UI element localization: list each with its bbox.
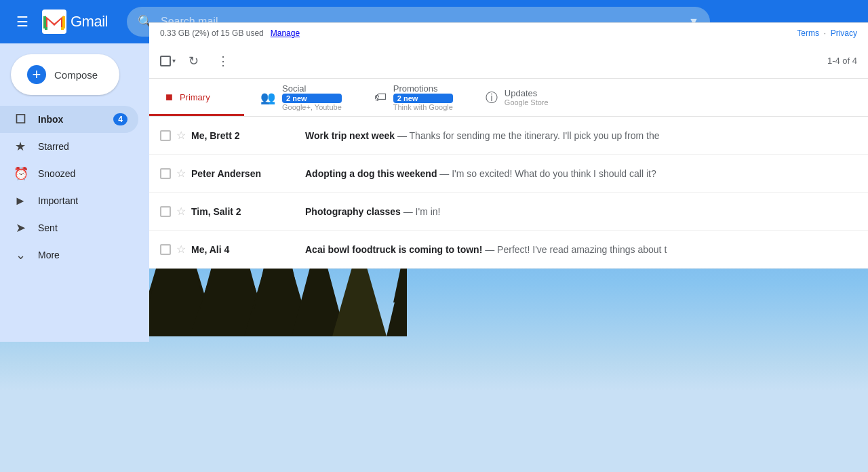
menu-button[interactable]: ☰	[11, 8, 34, 35]
email-subject-2: Photography classes — I'm in!	[305, 206, 857, 217]
sent-icon: ➤	[14, 220, 27, 235]
promotions-new-badge: 2 new	[393, 94, 453, 103]
star-icon-1[interactable]: ☆	[176, 167, 186, 180]
promotions-tab-label: Promotions	[393, 83, 453, 94]
email-checkbox-0[interactable]	[160, 130, 171, 141]
subject-text-1: Adopting a dog this weekend	[305, 168, 437, 179]
subject-text-3: Acai bowl foodtruck is coming to town!	[305, 244, 482, 255]
email-row[interactable]: ☆ Tim, Salit 2 Photography classes — I'm…	[149, 193, 868, 231]
star-icon-0[interactable]: ☆	[176, 129, 186, 142]
tab-updates[interactable]: ⓘ Updates Google Store	[469, 79, 565, 116]
preview-text-0: — Thanks for sending me the itinerary. I…	[397, 130, 660, 141]
pagination: 1-4 of 4	[827, 56, 857, 66]
sidebar-item-important[interactable]: ► Important	[0, 187, 138, 214]
star-icon-3[interactable]: ☆	[176, 243, 186, 256]
sidebar-item-inbox[interactable]: ☐ Inbox 4	[0, 106, 138, 133]
sidebar-item-label-inbox: Inbox	[38, 114, 102, 125]
more-options-button[interactable]: ⋮	[211, 49, 235, 73]
compose-button[interactable]: + Compose	[11, 54, 119, 95]
terms-link[interactable]: Terms	[797, 28, 819, 38]
updates-tab-label: Updates	[505, 88, 549, 98]
sidebar-item-sent[interactable]: ➤ Sent	[0, 214, 138, 241]
sender-1: Peter Andersen	[191, 168, 300, 179]
sender-3: Me, Ali 4	[191, 244, 300, 255]
sidebar-item-label-important: Important	[38, 195, 127, 206]
tab-social[interactable]: 👥 Social 2 new Google+, Youtube	[244, 79, 358, 116]
email-checkbox-2[interactable]	[160, 206, 171, 217]
gmail-logo: Gmail	[42, 9, 108, 34]
social-tab-sublabel: Google+, Youtube	[282, 103, 342, 111]
inbox-badge: 4	[113, 113, 127, 125]
sender-0: Me, Brett 2	[191, 130, 300, 141]
sidebar-item-label-snoozed: Snoozed	[38, 168, 127, 179]
primary-tab-icon: ■	[165, 90, 173, 104]
select-all-area[interactable]: ▾	[160, 56, 176, 66]
email-row[interactable]: ☆ Me, Brett 2 Work trip next week — Than…	[149, 117, 868, 155]
more-icon: ⌄	[14, 248, 27, 262]
select-all-checkbox[interactable]	[160, 56, 171, 66]
sidebar-item-label-starred: Starred	[38, 141, 127, 152]
subject-text-0: Work trip next week	[305, 130, 395, 141]
starred-icon: ★	[14, 139, 27, 154]
promotions-tab-sublabel: Think with Google	[393, 103, 453, 111]
preview-text-3: — Perfect! I've read amazing things abou…	[485, 244, 667, 255]
select-dropdown-icon[interactable]: ▾	[172, 57, 176, 64]
main-content: ▾ ↻ ⋮ 1-4 of 4 ■ Primary 👥 Social 2 new …	[149, 43, 868, 269]
sidebar-item-more[interactable]: ⌄ More	[0, 241, 138, 269]
refresh-button[interactable]: ↻	[181, 49, 205, 73]
important-icon: ►	[14, 194, 27, 208]
updates-tab-icon: ⓘ	[486, 90, 498, 106]
compose-plus-icon: +	[27, 65, 46, 84]
email-checkbox-1[interactable]	[160, 168, 171, 179]
email-list: ☆ Me, Brett 2 Work trip next week — Than…	[149, 117, 868, 269]
preview-text-2: — I'm in!	[403, 206, 441, 217]
social-tab-icon: 👥	[260, 90, 275, 105]
tabs-row: ■ Primary 👥 Social 2 new Google+, Youtub…	[149, 79, 868, 117]
primary-tab-label: Primary	[180, 92, 210, 102]
email-subject-1: Adopting a dog this weekend — I'm so exc…	[305, 168, 857, 179]
sidebar-item-label-more: More	[38, 250, 127, 260]
compose-label: Compose	[54, 69, 98, 81]
star-icon-2[interactable]: ☆	[176, 205, 186, 218]
sidebar-item-snoozed[interactable]: ⏰ Snoozed	[0, 160, 138, 187]
sender-2: Tim, Salit 2	[191, 206, 300, 217]
promotions-tab-icon: 🏷	[374, 90, 387, 104]
inbox-icon: ☐	[14, 112, 27, 127]
gmail-ui: ☰ Gmail 🔍 ▼ + Compose ☐	[0, 0, 868, 43]
storage-links: Terms · Privacy	[797, 28, 857, 38]
email-subject-0: Work trip next week — Thanks for sending…	[305, 130, 857, 141]
email-subject-3: Acai bowl foodtruck is coming to town! —…	[305, 244, 857, 255]
social-new-badge: 2 new	[282, 94, 342, 103]
social-tab-label: Social	[282, 83, 342, 94]
subject-text-2: Photography classes	[305, 206, 401, 217]
manage-link[interactable]: Manage	[271, 28, 300, 38]
gmail-label: Gmail	[71, 13, 108, 31]
storage-info: 0.33 GB (2%) of 15 GB used Manage	[160, 28, 300, 38]
toolbar: ▾ ↻ ⋮ 1-4 of 4	[149, 43, 868, 79]
email-row[interactable]: ☆ Me, Ali 4 Acai bowl foodtruck is comin…	[149, 231, 868, 269]
email-checkbox-3[interactable]	[160, 244, 171, 255]
gmail-m-icon	[42, 9, 66, 34]
tab-primary[interactable]: ■ Primary	[149, 79, 244, 116]
tab-promotions[interactable]: 🏷 Promotions 2 new Think with Google	[358, 79, 469, 116]
updates-tab-sublabel: Google Store	[505, 98, 549, 106]
email-row[interactable]: ☆ Peter Andersen Adopting a dog this wee…	[149, 155, 868, 193]
storage-text: 0.33 GB (2%) of 15 GB used	[160, 28, 264, 38]
storage-bar: 0.33 GB (2%) of 15 GB used Manage Terms …	[149, 22, 868, 43]
privacy-link[interactable]: Privacy	[831, 28, 857, 38]
snoozed-icon: ⏰	[14, 166, 27, 181]
preview-text-1: — I'm so excited! What do you think I sh…	[439, 168, 656, 179]
sidebar: + Compose ☐ Inbox 4 ★ Starred ⏰ Snoozed …	[0, 43, 149, 342]
sidebar-item-starred[interactable]: ★ Starred	[0, 133, 138, 160]
sidebar-item-label-sent: Sent	[38, 222, 127, 233]
